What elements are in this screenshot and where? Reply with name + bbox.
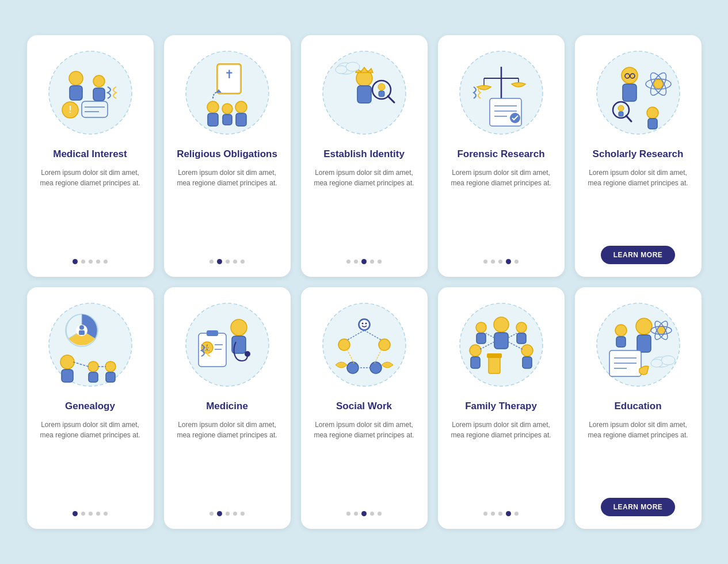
card-title: Education <box>614 400 661 413</box>
illustration-genealogy <box>44 299 136 391</box>
illustration-religious: ✝ <box>181 47 273 139</box>
dot-2 <box>81 260 85 264</box>
card-dots <box>346 259 382 264</box>
svg-rect-107 <box>517 333 526 344</box>
svg-rect-56 <box>619 112 623 116</box>
card-title: Scholarly Research <box>593 148 684 161</box>
svg-rect-2 <box>70 86 82 100</box>
card-title: Family Therapy <box>465 400 537 413</box>
svg-point-14 <box>207 101 219 113</box>
dot-1 <box>73 259 78 264</box>
card-body: Lorem ipsum dolor sit dim amet, mea regi… <box>311 420 417 502</box>
svg-rect-15 <box>208 113 218 126</box>
svg-rect-103 <box>471 357 480 368</box>
dot-3 <box>498 512 502 516</box>
svg-point-87 <box>347 362 359 374</box>
svg-point-94 <box>360 320 369 329</box>
svg-rect-116 <box>637 335 651 352</box>
dot-1 <box>483 260 487 264</box>
dot-5 <box>241 512 245 516</box>
svg-point-88 <box>370 362 382 374</box>
svg-point-102 <box>470 345 481 356</box>
svg-point-95 <box>361 323 363 325</box>
dot-4 <box>370 260 374 264</box>
svg-point-26 <box>378 83 385 90</box>
dot-2 <box>217 259 222 264</box>
svg-point-71 <box>231 319 247 336</box>
svg-point-41 <box>597 51 680 134</box>
svg-text:✝: ✝ <box>224 68 234 81</box>
illustration-education <box>592 299 684 391</box>
illustration-medicine: i <box>181 299 273 391</box>
svg-rect-65 <box>89 372 98 382</box>
svg-point-86 <box>379 339 390 350</box>
illustration-family-therapy <box>455 299 547 391</box>
svg-point-128 <box>661 356 675 365</box>
svg-rect-52 <box>648 119 657 129</box>
svg-rect-100 <box>489 356 500 374</box>
card-genealogy: Genealogy Lorem ipsum dolor sit dim amet… <box>27 287 154 529</box>
svg-point-115 <box>636 318 652 334</box>
card-dots <box>73 259 108 264</box>
svg-rect-63 <box>62 369 73 382</box>
illustration-identity <box>318 47 410 139</box>
card-body: Lorem ipsum dolor sit dim amet, mea regi… <box>585 420 691 490</box>
dot-2 <box>81 512 85 516</box>
svg-point-16 <box>222 104 232 114</box>
svg-rect-126 <box>616 337 626 347</box>
card-body: Lorem ipsum dolor sit dim amet, mea regi… <box>448 167 554 250</box>
card-education: Education Lorem ipsum dolor sit dim amet… <box>575 287 702 529</box>
dot-2 <box>491 512 495 516</box>
svg-point-83 <box>323 303 406 386</box>
card-body: Lorem ipsum dolor sit dim amet, mea regi… <box>311 167 417 250</box>
card-dots <box>209 511 245 516</box>
dot-3 <box>226 512 230 516</box>
svg-rect-99 <box>494 333 508 349</box>
svg-point-18 <box>235 101 247 113</box>
dot-5 <box>514 512 519 516</box>
card-dots <box>209 259 245 264</box>
card-body: Lorem ipsum dolor sit dim amet, mea regi… <box>448 420 554 502</box>
svg-point-55 <box>618 105 624 111</box>
card-title: Medical Interest <box>53 148 127 161</box>
svg-point-47 <box>654 79 663 89</box>
card-title: Forensic Research <box>457 148 544 161</box>
learn-more-button-scholarly[interactable]: LEARN MORE <box>601 246 676 264</box>
dot-2 <box>491 260 495 264</box>
svg-rect-17 <box>223 115 232 125</box>
card-body: Lorem ipsum dolor sit dim amet, mea regi… <box>37 420 143 502</box>
card-title: Medicine <box>206 400 248 413</box>
svg-point-85 <box>338 339 350 350</box>
svg-point-3 <box>93 75 105 87</box>
dot-3 <box>226 260 230 264</box>
svg-point-129 <box>651 359 662 367</box>
svg-rect-109 <box>477 333 486 344</box>
dot-4 <box>233 512 237 516</box>
card-religious-obligations: ✝ Religious Obligations Lorem ipsum dolo… <box>164 35 291 277</box>
svg-rect-23 <box>357 86 371 103</box>
svg-point-73 <box>245 351 250 357</box>
svg-rect-75 <box>207 330 218 336</box>
card-medicine: i Medicine Lorem ipsum dolor sit dim ame… <box>164 287 291 529</box>
card-establish-identity: Establish Identity Lorem ipsum dolor sit… <box>301 35 428 277</box>
dot-1 <box>209 260 214 264</box>
card-dots <box>73 511 108 516</box>
dot-5 <box>378 512 382 516</box>
dot-1 <box>346 260 350 264</box>
svg-point-64 <box>88 361 98 372</box>
card-body: Lorem ipsum dolor sit dim amet, mea regi… <box>37 167 143 250</box>
svg-point-62 <box>60 355 74 369</box>
dot-1 <box>346 512 350 516</box>
svg-rect-46 <box>623 84 636 101</box>
svg-rect-101 <box>487 353 502 358</box>
card-scholarly-research: Scholarly Research Lorem ipsum dolor sit… <box>575 35 702 277</box>
dot-4 <box>96 512 100 516</box>
svg-point-29 <box>346 62 360 71</box>
dot-5 <box>378 260 382 264</box>
svg-point-51 <box>647 107 658 119</box>
card-dots <box>483 511 519 516</box>
dot-4 <box>506 511 511 516</box>
svg-point-30 <box>336 66 347 74</box>
learn-more-button-education[interactable]: LEARN MORE <box>601 498 676 516</box>
svg-point-0 <box>49 51 132 134</box>
